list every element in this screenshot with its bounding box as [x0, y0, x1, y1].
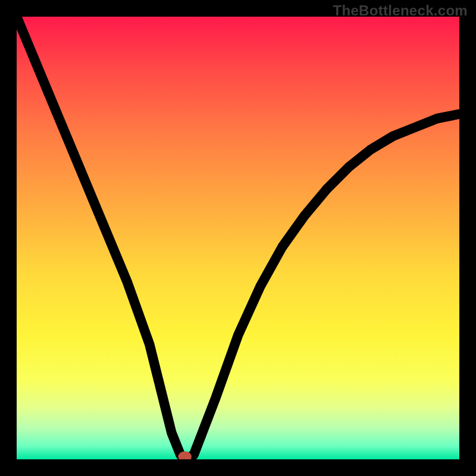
plot-area	[17, 17, 459, 459]
min-marker	[180, 453, 189, 459]
watermark-text: TheBottleneck.com	[333, 2, 468, 19]
chart-frame: TheBottleneck.com	[0, 0, 476, 476]
curve-svg	[17, 17, 459, 459]
bottleneck-curve	[17, 17, 459, 459]
